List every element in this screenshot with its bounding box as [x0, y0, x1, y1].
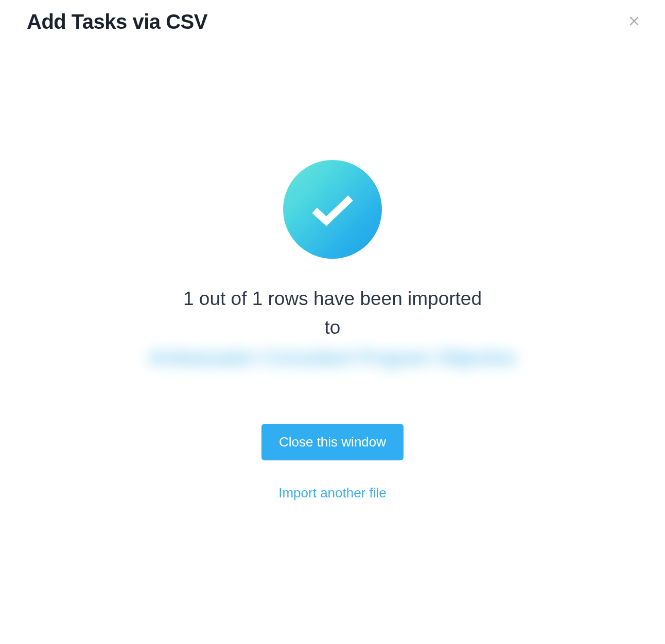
import-status-message: 1 out of 1 rows have been imported to — [178, 284, 487, 342]
import-destination-link[interactable]: Ambassador Consultant Program Objective — [149, 344, 516, 372]
close-icon — [628, 15, 640, 29]
close-button[interactable] — [624, 11, 644, 33]
success-icon — [283, 160, 382, 259]
close-window-button[interactable]: Close this window — [261, 424, 404, 460]
modal-title: Add Tasks via CSV — [27, 10, 207, 33]
modal-header: Add Tasks via CSV — [0, 0, 665, 44]
import-another-link[interactable]: Import another file — [278, 485, 387, 501]
modal-body: 1 out of 1 rows have been imported to Am… — [0, 44, 665, 501]
